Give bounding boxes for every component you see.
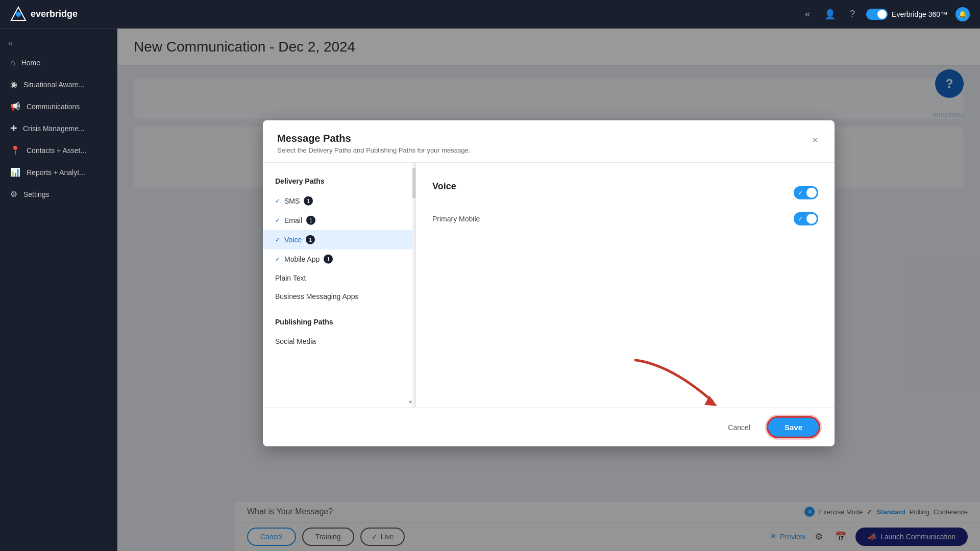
situational-icon: ◉	[10, 80, 17, 89]
delivery-panel: Delivery Paths ✓ SMS 1 ✓ Email 1 ✓ Voice	[263, 163, 416, 408]
sidebar-item-settings[interactable]: ⚙ Settings	[0, 183, 117, 205]
communications-icon: 📢	[10, 102, 20, 111]
primary-mobile-row: Primary Mobile ✓	[432, 208, 818, 230]
nav-help-button[interactable]: ?	[847, 6, 858, 22]
delivery-item-voice[interactable]: ✓ Voice 1	[263, 230, 415, 249]
scroll-thumb[interactable]	[412, 168, 415, 198]
settings-icon: ⚙	[10, 189, 17, 199]
mobile-check-icon: ✓	[275, 256, 280, 263]
sidebar-item-reports[interactable]: 📊 Reports + Analyt...	[0, 161, 117, 183]
sidebar-item-label: Contacts + Asset...	[27, 146, 86, 155]
plaintext-label: Plain Text	[275, 274, 306, 282]
modal-cancel-button[interactable]: Cancel	[718, 418, 761, 436]
sidebar-item-home[interactable]: ⌂ Home	[0, 52, 117, 73]
nav-notification[interactable]: 🔔	[955, 7, 970, 21]
sidebar-item-label: Reports + Analyt...	[27, 168, 85, 177]
reports-icon: 📊	[10, 167, 20, 177]
logo-icon	[10, 6, 27, 22]
mobile-badge: 1	[324, 255, 333, 264]
sidebar-item-label: Communications	[27, 103, 80, 111]
toggle-switch[interactable]	[866, 9, 888, 20]
sidebar: « ⌂ Home ◉ Situational Aware... 📢 Commun…	[0, 29, 117, 551]
email-badge: 1	[306, 216, 315, 225]
modal-save-button[interactable]: Save	[767, 416, 820, 438]
modal-subtitle: Select the Delivery Paths and Publishing…	[277, 146, 471, 154]
crisis-icon: ✚	[10, 123, 17, 133]
voice-check-icon: ✓	[275, 236, 280, 243]
modal-title: Message Paths	[277, 133, 471, 144]
delivery-item-plaintext[interactable]: Plain Text	[263, 269, 415, 287]
primary-mobile-label: Primary Mobile	[432, 215, 480, 223]
scroll-track	[412, 163, 415, 408]
nav-toggle: Everbridge 360™	[866, 9, 947, 20]
sidebar-item-label: Situational Aware...	[23, 81, 85, 89]
mobile-label: Mobile App	[284, 255, 320, 263]
business-label: Business Messaging Apps	[275, 292, 358, 300]
delivery-item-sms[interactable]: ✓ SMS 1	[263, 191, 415, 211]
email-label: Email	[284, 216, 302, 224]
sms-badge: 1	[304, 196, 313, 206]
modal-footer: Cancel Save	[263, 408, 835, 446]
sms-check-icon: ✓	[275, 197, 280, 205]
publishing-section-title: Publishing Paths	[263, 314, 415, 330]
logo-text: everbridge	[31, 9, 78, 19]
modal-body: Delivery Paths ✓ SMS 1 ✓ Email 1 ✓ Voice	[263, 163, 835, 408]
nav-right: « 👤 ? Everbridge 360™ 🔔	[802, 6, 970, 23]
modal-close-button[interactable]: ×	[810, 133, 820, 147]
main-content: New Communication - Dec 2, 2024 ? templa…	[117, 29, 980, 551]
sidebar-item-label: Settings	[23, 190, 50, 198]
voice-row-header: Voice ✓	[432, 177, 818, 208]
voice-label: Voice	[284, 236, 302, 244]
delivery-item-email[interactable]: ✓ Email 1	[263, 211, 415, 230]
logo: everbridge	[10, 6, 78, 22]
scroll-down-arrow[interactable]: ▾	[405, 396, 415, 408]
modal-header: Message Paths Select the Delivery Paths …	[263, 120, 835, 163]
nav-toggle-label: Everbridge 360™	[892, 10, 947, 18]
sidebar-item-label: Home	[21, 59, 40, 67]
sidebar-item-communications[interactable]: 📢 Communications	[0, 95, 117, 117]
sidebar-item-situational[interactable]: ◉ Situational Aware...	[0, 73, 117, 95]
toggle-check-icon-2: ✓	[798, 215, 803, 222]
sidebar-collapse[interactable]: «	[0, 35, 117, 52]
email-check-icon: ✓	[275, 217, 280, 224]
app-layout: « ⌂ Home ◉ Situational Aware... 📢 Commun…	[0, 29, 980, 551]
contacts-icon: 📍	[10, 145, 20, 155]
nav-user-button[interactable]: 👤	[821, 6, 839, 23]
sidebar-item-contacts[interactable]: 📍 Contacts + Asset...	[0, 139, 117, 161]
content-panel: Voice ✓ Primary Mobile ✓	[416, 163, 835, 408]
social-label: Social Media	[275, 337, 316, 345]
svg-point-1	[16, 12, 21, 17]
home-icon: ⌂	[10, 58, 15, 67]
voice-toggle[interactable]: ✓	[794, 186, 818, 199]
sidebar-item-crisis[interactable]: ✚ Crisis Manageme...	[0, 117, 117, 139]
sidebar-item-label: Crisis Manageme...	[23, 124, 85, 133]
delivery-item-mobile[interactable]: ✓ Mobile App 1	[263, 249, 415, 269]
voice-badge: 1	[306, 235, 315, 244]
nav-back-button[interactable]: «	[802, 6, 813, 22]
delivery-item-business[interactable]: Business Messaging Apps	[263, 287, 415, 306]
voice-section-title: Voice	[432, 181, 456, 192]
top-navbar: everbridge « 👤 ? Everbridge 360™ 🔔	[0, 0, 980, 29]
message-paths-modal: Message Paths Select the Delivery Paths …	[263, 120, 835, 446]
primary-mobile-toggle[interactable]: ✓	[794, 212, 818, 226]
delivery-section-title: Delivery Paths	[263, 173, 415, 189]
toggle-check-icon: ✓	[798, 189, 803, 196]
sms-label: SMS	[284, 197, 300, 205]
publishing-item-social[interactable]: Social Media	[263, 332, 415, 350]
